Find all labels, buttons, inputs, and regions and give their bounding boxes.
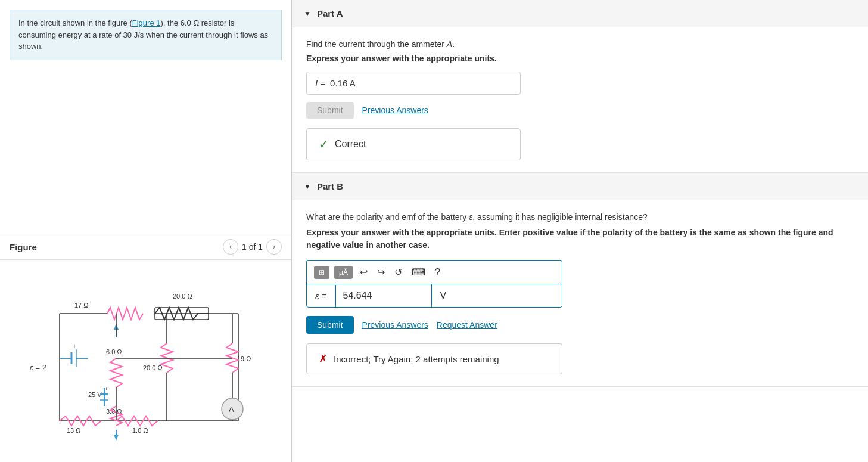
correct-check-icon: ✓ xyxy=(319,137,329,151)
part-b-header[interactable]: ▼ Part B xyxy=(292,173,868,200)
part-b-instruction: Express your answer with the appropriate… xyxy=(306,227,854,252)
figure-title: Figure xyxy=(10,242,37,252)
part-a-prev-answers-link[interactable]: Previous Answers xyxy=(362,106,428,115)
part-b-request-answer-link[interactable]: Request Answer xyxy=(437,320,497,330)
part-b-unit: V xyxy=(431,284,562,307)
problem-text-content: In the circuit shown in the figure (Figu… xyxy=(18,18,268,51)
figure-next-button[interactable]: › xyxy=(266,239,282,255)
part-a-header[interactable]: ▼ Part A xyxy=(292,0,868,27)
svg-text:13 Ω: 13 Ω xyxy=(67,427,81,434)
matrix-icon: ⊞ xyxy=(319,268,325,277)
part-b-submit-row: Submit Previous Answers Request Answer xyxy=(306,316,854,334)
undo-button[interactable]: ↩ xyxy=(357,265,370,279)
part-a-answer-field: I = 0.16 A xyxy=(306,72,521,95)
part-a-label: Part A xyxy=(317,8,343,18)
part-a-arrow-icon: ▼ xyxy=(304,10,311,18)
part-b-prev-answers-link[interactable]: Previous Answers xyxy=(362,320,428,330)
svg-text:20.0 Ω: 20.0 Ω xyxy=(143,364,163,371)
refresh-button[interactable]: ↺ xyxy=(392,265,405,279)
figure-count: 1 of 1 xyxy=(242,242,263,252)
mu-button[interactable]: μÅ xyxy=(334,266,353,279)
figure-prev-button[interactable]: ‹ xyxy=(223,239,238,255)
redo-button[interactable]: ↪ xyxy=(375,265,387,279)
part-a-answer-value: 0.16 A xyxy=(330,78,356,88)
figure-link[interactable]: Figure 1 xyxy=(132,18,161,27)
svg-text:20.0 Ω: 20.0 Ω xyxy=(173,293,192,300)
incorrect-x-icon: ✗ xyxy=(319,352,328,365)
part-b-incorrect-box: ✗ Incorrect; Try Again; 2 attempts remai… xyxy=(306,343,562,374)
svg-text:+: + xyxy=(73,343,76,349)
part-b-section: ▼ Part B What are the polarity and emf o… xyxy=(292,173,868,387)
part-a-submit-row: Submit Previous Answers xyxy=(306,102,854,119)
mu-icon: μÅ xyxy=(339,268,348,277)
part-a-prefix: I = xyxy=(315,78,325,88)
part-b-arrow-icon: ▼ xyxy=(304,182,311,191)
part-a-instruction: Express your answer with the appropriate… xyxy=(306,54,854,63)
svg-text:19 Ω: 19 Ω xyxy=(237,355,251,362)
help-button[interactable]: ? xyxy=(433,266,443,279)
incorrect-text: Incorrect; Try Again; 2 attempts remaini… xyxy=(334,354,499,364)
svg-text:6.0 Ω: 6.0 Ω xyxy=(106,348,122,355)
svg-text:25 V: 25 V xyxy=(88,391,102,398)
figure-canvas: ε = ? + 17 Ω 20.0 Ω 6.0 Ω xyxy=(0,259,291,462)
part-b-submit-button[interactable]: Submit xyxy=(306,316,354,334)
figure-navigation: ‹ 1 of 1 › xyxy=(223,239,282,255)
svg-marker-23 xyxy=(114,435,119,441)
problem-description: In the circuit shown in the figure (Figu… xyxy=(10,10,282,60)
part-a-correct-box: ✓ Correct xyxy=(306,128,521,160)
part-b-label: Part B xyxy=(317,181,343,191)
figure-section: Figure ‹ 1 of 1 › ε = ? xyxy=(0,234,291,462)
emf-label: ε = ? xyxy=(30,363,47,372)
part-b-question: What are the polarity and emf of the bat… xyxy=(306,212,854,222)
right-panel: ✓ ▼ Part A Find the current through the … xyxy=(292,0,868,462)
part-b-answer-row: ε = 54.644 V xyxy=(306,284,562,308)
part-b-content: What are the polarity and emf of the bat… xyxy=(292,200,868,386)
part-a-content: Find the current through the ammeter A. … xyxy=(292,27,868,172)
svg-text:1.0 Ω: 1.0 Ω xyxy=(132,427,148,434)
left-panel: In the circuit shown in the figure (Figu… xyxy=(0,0,292,462)
svg-text:17 Ω: 17 Ω xyxy=(74,302,89,309)
svg-text:+: + xyxy=(105,386,108,392)
part-b-eq-prefix: ε = xyxy=(307,285,336,307)
svg-text:A: A xyxy=(229,405,234,414)
correct-label: Correct xyxy=(335,139,366,150)
part-a-submit-button[interactable]: Submit xyxy=(306,102,354,119)
part-a-question: Find the current through the ammeter A. xyxy=(306,39,854,49)
keyboard-button[interactable]: ⌨ xyxy=(409,265,428,279)
matrix-button[interactable]: ⊞ xyxy=(314,266,329,279)
part-a-section: ▼ Part A Find the current through the am… xyxy=(292,0,868,173)
part-b-input[interactable]: 54.644 xyxy=(336,284,431,307)
part-b-toolbar: ⊞ μÅ ↩ ↪ ↺ ⌨ ? xyxy=(306,260,562,284)
figure-header: Figure ‹ 1 of 1 › xyxy=(0,234,291,259)
circuit-diagram: ε = ? + 17 Ω 20.0 Ω 6.0 Ω xyxy=(12,266,280,457)
